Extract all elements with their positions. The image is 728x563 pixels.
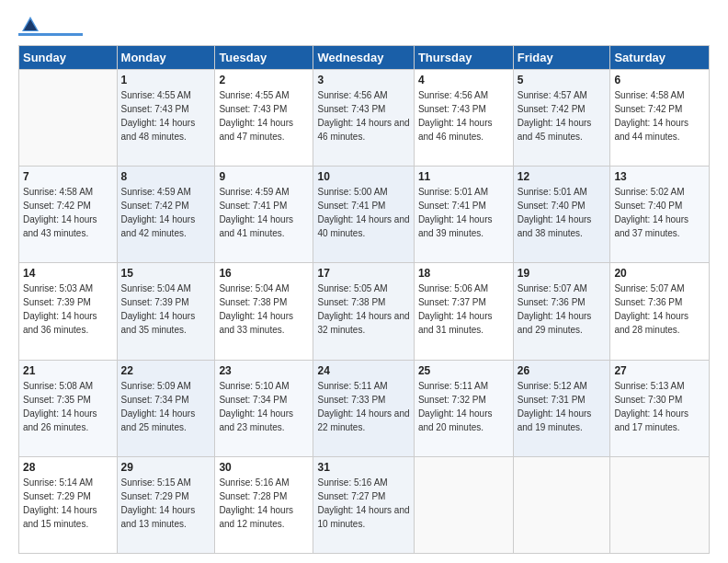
day-number: 6 bbox=[614, 74, 705, 86]
day-number: 9 bbox=[219, 170, 309, 183]
day-number: 24 bbox=[317, 364, 409, 377]
day-cell: 4Sunrise: 4:56 AMSunset: 7:43 PMDaylight… bbox=[414, 70, 513, 167]
day-cell: 27Sunrise: 5:13 AMSunset: 7:30 PMDayligh… bbox=[610, 360, 710, 456]
page: Sunday Monday Tuesday Wednesday Thursday… bbox=[0, 0, 728, 563]
day-cell bbox=[513, 456, 610, 553]
day-number: 15 bbox=[121, 267, 211, 280]
day-number: 16 bbox=[219, 267, 309, 280]
logo-icon bbox=[20, 15, 40, 35]
day-number: 26 bbox=[518, 364, 607, 377]
day-number: 30 bbox=[219, 461, 309, 474]
col-tuesday: Tuesday bbox=[215, 46, 313, 70]
day-cell bbox=[414, 456, 513, 553]
day-info: Sunrise: 5:14 AMSunset: 7:29 PMDaylight:… bbox=[23, 477, 97, 529]
day-cell: 30Sunrise: 5:16 AMSunset: 7:28 PMDayligh… bbox=[215, 456, 313, 553]
day-number: 11 bbox=[418, 170, 509, 183]
day-info: Sunrise: 4:59 AMSunset: 7:42 PMDaylight:… bbox=[121, 187, 196, 238]
week-row-0: 1Sunrise: 4:55 AMSunset: 7:43 PMDaylight… bbox=[19, 70, 710, 167]
day-cell: 11Sunrise: 5:01 AMSunset: 7:41 PMDayligh… bbox=[414, 167, 513, 263]
day-info: Sunrise: 5:01 AMSunset: 7:40 PMDaylight:… bbox=[518, 187, 592, 238]
day-info: Sunrise: 5:02 AMSunset: 7:40 PMDaylight:… bbox=[614, 187, 688, 238]
calendar-table: Sunday Monday Tuesday Wednesday Thursday… bbox=[18, 45, 710, 554]
logo bbox=[18, 15, 83, 36]
day-info: Sunrise: 5:11 AMSunset: 7:32 PMDaylight:… bbox=[418, 381, 493, 432]
day-number: 31 bbox=[317, 461, 409, 474]
day-cell: 23Sunrise: 5:10 AMSunset: 7:34 PMDayligh… bbox=[215, 360, 313, 456]
day-info: Sunrise: 5:06 AMSunset: 7:37 PMDaylight:… bbox=[418, 283, 493, 335]
day-number: 13 bbox=[614, 170, 705, 183]
day-number: 23 bbox=[219, 364, 309, 377]
day-cell: 7Sunrise: 4:58 AMSunset: 7:42 PMDaylight… bbox=[19, 167, 118, 263]
col-thursday: Thursday bbox=[414, 46, 513, 70]
calendar-body: 1Sunrise: 4:55 AMSunset: 7:43 PMDaylight… bbox=[19, 70, 710, 554]
day-number: 4 bbox=[418, 74, 509, 86]
day-cell: 10Sunrise: 5:00 AMSunset: 7:41 PMDayligh… bbox=[313, 167, 414, 263]
week-row-4: 28Sunrise: 5:14 AMSunset: 7:29 PMDayligh… bbox=[19, 456, 710, 553]
day-cell: 12Sunrise: 5:01 AMSunset: 7:40 PMDayligh… bbox=[513, 167, 610, 263]
day-info: Sunrise: 5:16 AMSunset: 7:27 PMDaylight:… bbox=[317, 477, 409, 529]
day-cell bbox=[19, 70, 118, 167]
col-friday: Friday bbox=[513, 46, 610, 70]
day-info: Sunrise: 4:58 AMSunset: 7:42 PMDaylight:… bbox=[614, 90, 688, 142]
day-cell: 14Sunrise: 5:03 AMSunset: 7:39 PMDayligh… bbox=[19, 263, 118, 360]
day-number: 14 bbox=[23, 267, 113, 280]
day-number: 12 bbox=[518, 170, 607, 183]
day-info: Sunrise: 5:09 AMSunset: 7:34 PMDaylight:… bbox=[121, 381, 196, 432]
day-number: 5 bbox=[518, 74, 607, 86]
day-cell: 31Sunrise: 5:16 AMSunset: 7:27 PMDayligh… bbox=[313, 456, 414, 553]
day-number: 2 bbox=[219, 74, 309, 86]
day-number: 19 bbox=[518, 267, 607, 280]
week-row-1: 7Sunrise: 4:58 AMSunset: 7:42 PMDaylight… bbox=[19, 167, 710, 263]
day-info: Sunrise: 4:56 AMSunset: 7:43 PMDaylight:… bbox=[317, 90, 409, 142]
day-info: Sunrise: 5:10 AMSunset: 7:34 PMDaylight:… bbox=[219, 381, 293, 432]
day-number: 25 bbox=[418, 364, 509, 377]
day-cell: 19Sunrise: 5:07 AMSunset: 7:36 PMDayligh… bbox=[513, 263, 610, 360]
week-row-3: 21Sunrise: 5:08 AMSunset: 7:35 PMDayligh… bbox=[19, 360, 710, 456]
day-info: Sunrise: 5:04 AMSunset: 7:39 PMDaylight:… bbox=[121, 283, 196, 335]
day-info: Sunrise: 5:08 AMSunset: 7:35 PMDaylight:… bbox=[23, 381, 97, 432]
day-number: 17 bbox=[317, 267, 409, 280]
day-cell: 20Sunrise: 5:07 AMSunset: 7:36 PMDayligh… bbox=[610, 263, 710, 360]
day-cell: 15Sunrise: 5:04 AMSunset: 7:39 PMDayligh… bbox=[117, 263, 215, 360]
day-cell: 3Sunrise: 4:56 AMSunset: 7:43 PMDaylight… bbox=[313, 70, 414, 167]
day-cell: 22Sunrise: 5:09 AMSunset: 7:34 PMDayligh… bbox=[117, 360, 215, 456]
day-info: Sunrise: 5:16 AMSunset: 7:28 PMDaylight:… bbox=[219, 477, 293, 529]
day-info: Sunrise: 5:15 AMSunset: 7:29 PMDaylight:… bbox=[121, 477, 196, 529]
col-wednesday: Wednesday bbox=[313, 46, 414, 70]
day-info: Sunrise: 4:58 AMSunset: 7:42 PMDaylight:… bbox=[23, 187, 97, 238]
col-saturday: Saturday bbox=[610, 46, 710, 70]
header-row: Sunday Monday Tuesday Wednesday Thursday… bbox=[19, 46, 710, 70]
logo-underline bbox=[18, 33, 83, 36]
day-info: Sunrise: 5:04 AMSunset: 7:38 PMDaylight:… bbox=[219, 283, 293, 335]
day-number: 8 bbox=[121, 170, 211, 183]
day-cell: 17Sunrise: 5:05 AMSunset: 7:38 PMDayligh… bbox=[313, 263, 414, 360]
day-number: 21 bbox=[23, 364, 113, 377]
col-sunday: Sunday bbox=[19, 46, 118, 70]
day-number: 7 bbox=[23, 170, 113, 183]
day-info: Sunrise: 5:00 AMSunset: 7:41 PMDaylight:… bbox=[317, 187, 409, 238]
day-cell: 28Sunrise: 5:14 AMSunset: 7:29 PMDayligh… bbox=[19, 456, 118, 553]
day-cell: 29Sunrise: 5:15 AMSunset: 7:29 PMDayligh… bbox=[117, 456, 215, 553]
day-cell: 6Sunrise: 4:58 AMSunset: 7:42 PMDaylight… bbox=[610, 70, 710, 167]
day-cell: 1Sunrise: 4:55 AMSunset: 7:43 PMDaylight… bbox=[117, 70, 215, 167]
day-info: Sunrise: 5:07 AMSunset: 7:36 PMDaylight:… bbox=[614, 283, 688, 335]
day-info: Sunrise: 5:12 AMSunset: 7:31 PMDaylight:… bbox=[518, 381, 592, 432]
day-cell: 16Sunrise: 5:04 AMSunset: 7:38 PMDayligh… bbox=[215, 263, 313, 360]
day-number: 27 bbox=[614, 364, 705, 377]
day-cell: 26Sunrise: 5:12 AMSunset: 7:31 PMDayligh… bbox=[513, 360, 610, 456]
week-row-2: 14Sunrise: 5:03 AMSunset: 7:39 PMDayligh… bbox=[19, 263, 710, 360]
day-cell: 5Sunrise: 4:57 AMSunset: 7:42 PMDaylight… bbox=[513, 70, 610, 167]
day-info: Sunrise: 5:07 AMSunset: 7:36 PMDaylight:… bbox=[518, 283, 592, 335]
day-cell: 13Sunrise: 5:02 AMSunset: 7:40 PMDayligh… bbox=[610, 167, 710, 263]
day-number: 22 bbox=[121, 364, 211, 377]
day-cell: 18Sunrise: 5:06 AMSunset: 7:37 PMDayligh… bbox=[414, 263, 513, 360]
day-number: 10 bbox=[317, 170, 409, 183]
day-cell: 2Sunrise: 4:55 AMSunset: 7:43 PMDaylight… bbox=[215, 70, 313, 167]
day-cell: 21Sunrise: 5:08 AMSunset: 7:35 PMDayligh… bbox=[19, 360, 118, 456]
day-number: 20 bbox=[614, 267, 705, 280]
day-info: Sunrise: 4:59 AMSunset: 7:41 PMDaylight:… bbox=[219, 187, 293, 238]
day-info: Sunrise: 4:55 AMSunset: 7:43 PMDaylight:… bbox=[219, 90, 293, 142]
day-number: 1 bbox=[121, 74, 211, 86]
day-info: Sunrise: 5:05 AMSunset: 7:38 PMDaylight:… bbox=[317, 283, 409, 335]
day-cell: 25Sunrise: 5:11 AMSunset: 7:32 PMDayligh… bbox=[414, 360, 513, 456]
